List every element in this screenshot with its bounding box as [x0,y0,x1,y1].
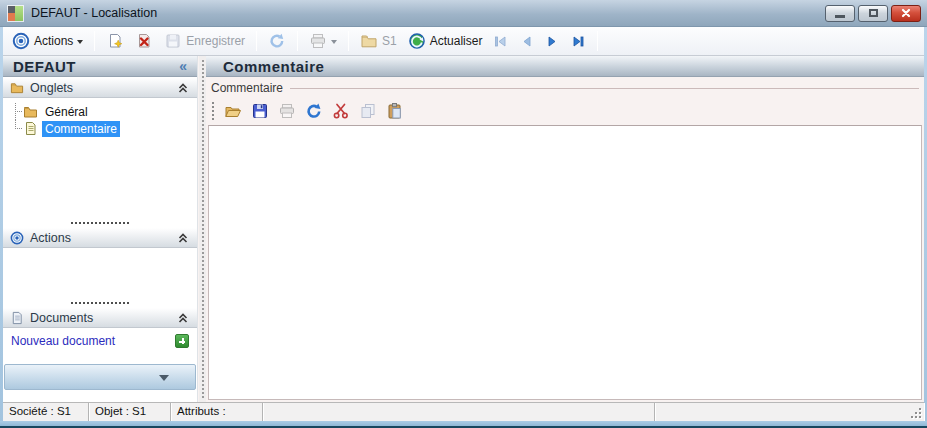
comment-editor[interactable] [208,125,922,400]
status-societe: Société : S1 [3,403,89,421]
section-label-documents: Documents [30,311,93,325]
refresh-button-label: Actualiser [430,34,483,48]
title-bar[interactable]: DEFAUT - Localisation [0,0,927,27]
tree-item-commentaire[interactable]: Commentaire [10,120,197,137]
status-empty [263,403,655,421]
copy-icon [359,102,377,120]
print-icon [278,102,296,120]
tree-item-label: Commentaire [42,121,120,137]
sidebar-title: DEFAUT [13,58,76,75]
refresh-arrows-icon [305,102,323,120]
status-objet: Objet : S1 [89,403,171,421]
close-icon [899,6,913,20]
horizontal-splitter[interactable] [3,218,197,227]
collapse-chevrons-icon[interactable] [176,311,190,325]
save-icon [164,32,182,50]
new-document-link[interactable]: Nouveau document [11,334,115,348]
nav-last-button[interactable] [568,32,589,51]
open-folder-icon [224,102,242,120]
commentaire-groupbox: Commentaire [211,80,919,95]
down-arrow-icon [159,375,169,386]
restore-icon [869,9,878,17]
status-attributs: Attributs : [171,403,263,421]
editor-refresh-button[interactable] [305,102,323,120]
toolbar-separator [597,31,598,51]
delete-button[interactable] [132,30,156,52]
nav-first-icon [493,34,508,49]
toolbar-separator [348,31,349,51]
copy-button[interactable] [359,102,377,120]
sync-icon [268,32,286,50]
actions-panel-empty [3,248,197,298]
delete-icon [135,32,153,50]
tree-elbow [10,120,23,137]
editor-print-button[interactable] [278,102,296,120]
main-panel: Commentaire Commentaire [206,56,924,402]
groupbox-label: Commentaire [211,81,283,95]
cut-button[interactable] [332,102,350,120]
editor-toolbar [208,98,922,124]
nav-first-button[interactable] [490,32,511,51]
section-header-actions[interactable]: Actions [3,227,197,248]
add-document-button[interactable] [175,334,189,348]
nav-last-icon [571,34,586,49]
actions-target-icon [10,231,24,245]
collapse-sidebar-button[interactable]: « [179,59,187,73]
print-button[interactable] [306,30,340,52]
company-folder-button[interactable]: S1 [357,30,400,52]
floppy-save-icon [251,102,269,120]
refresh-globe-icon [408,32,426,50]
main-title: Commentaire [223,58,324,75]
editor-save-button[interactable] [251,102,269,120]
document-icon [23,121,38,136]
vertical-splitter[interactable] [199,56,206,402]
nav-next-button[interactable] [542,32,563,51]
section-header-documents[interactable]: Documents [3,307,197,328]
main-body: Commentaire [206,77,924,402]
collapse-chevrons-icon[interactable] [176,81,190,95]
company-label: S1 [382,34,397,48]
section-label-actions: Actions [30,231,71,245]
chevron-down-icon [77,40,83,47]
restore-button[interactable] [858,5,888,22]
open-button[interactable] [224,102,242,120]
new-document-icon [106,32,124,50]
tree-item-general[interactable]: Général [10,103,197,120]
status-bar: Société : S1 Objet : S1 Attributs : [3,402,924,421]
main-toolbar: Actions Enregistrer [3,27,924,56]
toolbar-separator [297,31,298,51]
nav-prev-button[interactable] [516,32,537,51]
minimize-button[interactable] [825,5,855,22]
app-icon [8,6,23,21]
tree-item-label: Général [42,104,91,120]
resize-grip-icon[interactable] [910,407,922,419]
toolbar-separator [94,31,95,51]
toolbar-drag-handle[interactable] [212,102,214,120]
collapse-chevrons-icon[interactable] [176,231,190,245]
folder-icon [10,81,24,95]
onglets-tree: Général Commentaire [3,98,197,218]
save-button[interactable]: Enregistrer [161,30,248,52]
sidebar-empty-space [3,352,197,364]
nav-next-icon [545,34,560,49]
groupbox-line [290,88,919,89]
cut-scissors-icon [332,102,350,120]
refresh-button[interactable]: Actualiser [405,30,486,52]
tree-elbow [10,103,23,120]
actions-menu-button[interactable]: Actions [9,30,86,52]
content-area: DEFAUT « Onglets [3,56,924,402]
new-button[interactable] [103,30,127,52]
paste-button[interactable] [386,102,404,120]
horizontal-splitter[interactable] [3,298,197,307]
sync-button[interactable] [265,30,289,52]
paste-clipboard-icon [386,102,404,120]
actions-target-icon [12,32,30,50]
section-header-onglets[interactable]: Onglets [3,77,197,98]
chevron-down-icon [331,40,337,47]
window-bottom-border [0,421,927,428]
document-icon [10,311,24,325]
close-button[interactable] [891,5,921,22]
sidebar-footer-bar[interactable] [4,364,196,390]
main-header: Commentaire [206,56,924,77]
folder-icon [23,104,38,119]
